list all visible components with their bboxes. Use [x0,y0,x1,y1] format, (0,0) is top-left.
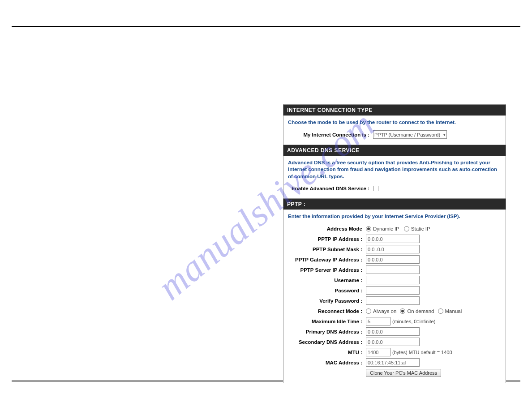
chevron-down-icon: ▾ [443,133,446,137]
section-header: PPTP : [283,199,506,210]
mac-address-label: MAC Address : [288,360,366,365]
always-on-text: Always on [373,308,396,314]
connection-label: My Internet Connection is : [288,132,373,137]
idle-hint: (minutes, 0=infinite) [392,319,435,324]
pptp-gateway-label: PPTP Gateway IP Address : [288,257,366,262]
section-description: Choose the mode to be used by the router… [288,119,501,126]
verify-password-label: Verify Password : [288,298,366,304]
advanced-dns-checkbox[interactable] [373,186,378,191]
secondary-dns-label: Secondary DNS Address : [288,339,366,345]
dynamic-ip-radio[interactable] [366,226,371,231]
router-config-panel: INTERNET CONNECTION TYPE Choose the mode… [283,104,506,383]
pptp-server-label: PPTP Server IP Address : [288,267,366,273]
dynamic-ip-text: Dynamic IP [373,226,399,231]
verify-password-input[interactable] [366,296,420,305]
on-demand-text: On demand [407,308,434,314]
select-value: PPTP (Username / Password) [374,132,440,137]
pptp-subnet-label: PPTP Subnet Mask : [288,247,366,252]
pptp-gateway-input[interactable] [366,255,420,264]
clone-mac-button[interactable]: Clone Your PC's MAC Address [366,369,441,377]
mtu-hint: (bytes) MTU default = 1400 [392,350,452,355]
connection-type-select[interactable]: PPTP (Username / Password) ▾ [373,130,447,139]
username-label: Username : [288,278,366,283]
password-label: Password : [288,288,366,293]
on-demand-radio[interactable] [400,308,405,314]
password-input[interactable] [366,286,420,295]
pptp-ip-input[interactable] [366,235,420,243]
secondary-dns-input[interactable] [366,338,420,346]
primary-dns-input[interactable] [366,327,420,336]
static-ip-radio[interactable] [404,226,409,231]
section-header: ADVANCED DNS SERVICE [283,145,506,156]
section-description: Enter the information provided by your I… [288,213,501,220]
primary-dns-label: Primary DNS Address : [288,329,366,334]
manual-text: Manual [445,308,462,314]
max-idle-label: Maximum Idle Time : [288,319,366,324]
static-ip-text: Static IP [411,226,430,231]
mtu-label: MTU : [288,350,366,355]
advanced-dns-label: Enable Advanced DNS Service : [288,186,373,191]
reconnect-mode-label: Reconnect Mode : [288,308,366,314]
username-input[interactable] [366,276,420,284]
max-idle-input[interactable] [366,317,390,325]
pptp-subnet-input[interactable] [366,245,420,253]
pptp-section: PPTP : Enter the information provided by… [283,199,506,383]
manual-radio[interactable] [438,308,443,314]
pptp-server-input[interactable] [366,265,420,274]
pptp-ip-label: PPTP IP Address : [288,236,366,242]
address-mode-label: Address Mode [288,226,366,231]
section-description: Advanced DNS is a free security option t… [288,159,501,180]
internet-connection-type-section: INTERNET CONNECTION TYPE Choose the mode… [283,105,506,145]
section-header: INTERNET CONNECTION TYPE [283,105,506,116]
mac-address-input[interactable] [366,358,420,367]
always-on-radio[interactable] [366,308,371,314]
mtu-input[interactable] [366,348,390,356]
advanced-dns-section: ADVANCED DNS SERVICE Advanced DNS is a f… [283,145,506,199]
